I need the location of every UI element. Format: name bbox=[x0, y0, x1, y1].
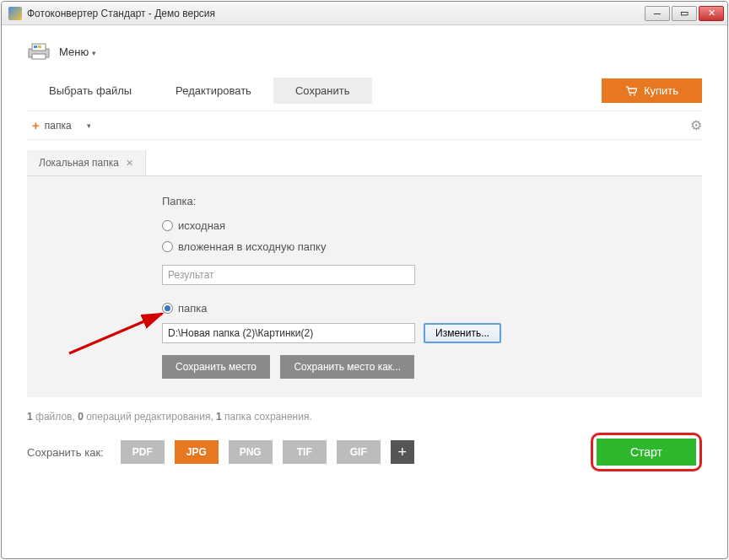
toolbar: + папка ▾ ⚙ bbox=[27, 110, 702, 140]
folder-panel: Папка: исходная вложенная в исходную пап… bbox=[27, 176, 702, 397]
app-window: Фотоконвертер Стандарт - Демо версия ─ ▭… bbox=[1, 1, 728, 559]
save-place-button[interactable]: Сохранить место bbox=[162, 355, 270, 379]
format-png[interactable]: PNG bbox=[229, 440, 273, 464]
status-ops-count: 0 bbox=[78, 411, 84, 423]
minimize-button[interactable]: ─ bbox=[645, 6, 670, 21]
chevron-down-icon: ▾ bbox=[87, 121, 91, 130]
nested-folder-input[interactable] bbox=[162, 265, 415, 285]
cart-icon bbox=[625, 86, 637, 96]
add-format-button[interactable]: + bbox=[391, 440, 414, 464]
svg-point-6 bbox=[634, 94, 635, 95]
format-gif[interactable]: GIF bbox=[337, 440, 381, 464]
radio-icon bbox=[162, 303, 173, 314]
start-button[interactable]: Старт bbox=[597, 439, 696, 466]
radio-nested-label: вложенная в исходную папку bbox=[178, 240, 326, 253]
save-place-as-button[interactable]: Сохранить место как... bbox=[280, 355, 414, 379]
tab-save[interactable]: Сохранить bbox=[273, 78, 372, 104]
tab-select-files[interactable]: Выбрать файлы bbox=[27, 78, 154, 104]
save-buttons-row: Сохранить место Сохранить место как... bbox=[162, 355, 677, 379]
window-controls: ─ ▭ ✕ bbox=[645, 6, 724, 21]
gear-icon[interactable]: ⚙ bbox=[690, 117, 702, 133]
svg-rect-2 bbox=[32, 54, 46, 59]
path-input[interactable] bbox=[162, 323, 415, 343]
titlebar: Фотоконвертер Стандарт - Демо версия ─ ▭… bbox=[2, 2, 727, 25]
svg-line-7 bbox=[69, 314, 162, 353]
add-folder-button[interactable]: + папка ▾ bbox=[27, 116, 96, 134]
buy-label: Купить bbox=[644, 84, 678, 97]
tab-edit[interactable]: Редактировать bbox=[154, 78, 273, 104]
buy-button[interactable]: Купить bbox=[602, 78, 702, 103]
arrow-annotation bbox=[65, 307, 175, 358]
folder-section-label: Папка: bbox=[162, 195, 677, 207]
svg-point-5 bbox=[629, 94, 631, 95]
radio-icon bbox=[162, 220, 173, 231]
radio-source[interactable]: исходная bbox=[162, 219, 677, 232]
menu-label-text: Меню bbox=[59, 46, 89, 58]
format-jpg[interactable]: JPG bbox=[175, 440, 219, 464]
status-files-count: 1 bbox=[27, 411, 33, 423]
maximize-button[interactable]: ▭ bbox=[672, 6, 697, 21]
menu-row: Меню ▾ bbox=[27, 42, 702, 61]
format-tif[interactable]: TIF bbox=[283, 440, 327, 464]
radio-folder[interactable]: папка bbox=[162, 302, 677, 315]
chevron-down-icon: ▾ bbox=[92, 49, 96, 57]
radio-source-label: исходная bbox=[178, 219, 225, 232]
app-icon bbox=[8, 7, 22, 20]
subtab-label: Локальная папка bbox=[39, 157, 119, 169]
radio-icon bbox=[162, 241, 173, 252]
status-text: 1 файлов, 0 операций редактирования, 1 п… bbox=[27, 411, 702, 423]
change-button[interactable]: Изменить... bbox=[424, 323, 501, 343]
window-title: Фотоконвертер Стандарт - Демо версия bbox=[27, 8, 645, 19]
save-as-label: Сохранить как: bbox=[27, 446, 104, 459]
printer-icon bbox=[27, 42, 51, 61]
format-pdf[interactable]: PDF bbox=[121, 440, 165, 464]
close-icon[interactable]: ✕ bbox=[126, 158, 133, 169]
plus-icon: + bbox=[32, 118, 40, 132]
bottom-bar: Сохранить как: PDF JPG PNG TIF GIF + Ста… bbox=[27, 433, 702, 471]
radio-nested[interactable]: вложенная в исходную папку bbox=[162, 240, 677, 253]
menu-button[interactable]: Меню ▾ bbox=[59, 46, 96, 58]
close-button[interactable]: ✕ bbox=[699, 6, 724, 21]
subtab-bar: Локальная папка ✕ bbox=[27, 150, 702, 176]
radio-folder-label: папка bbox=[178, 302, 208, 315]
svg-rect-4 bbox=[38, 46, 41, 48]
client-area: Меню ▾ Выбрать файлы Редактировать Сохра… bbox=[2, 25, 727, 483]
status-folders-count: 1 bbox=[216, 411, 222, 423]
add-folder-label: папка bbox=[45, 120, 72, 132]
main-tabs: Выбрать файлы Редактировать Сохранить Ку… bbox=[27, 78, 702, 104]
path-row: Изменить... bbox=[162, 323, 677, 343]
start-highlight: Старт bbox=[591, 433, 702, 471]
subtab-local-folder[interactable]: Локальная папка ✕ bbox=[27, 150, 146, 175]
svg-rect-3 bbox=[34, 46, 37, 48]
